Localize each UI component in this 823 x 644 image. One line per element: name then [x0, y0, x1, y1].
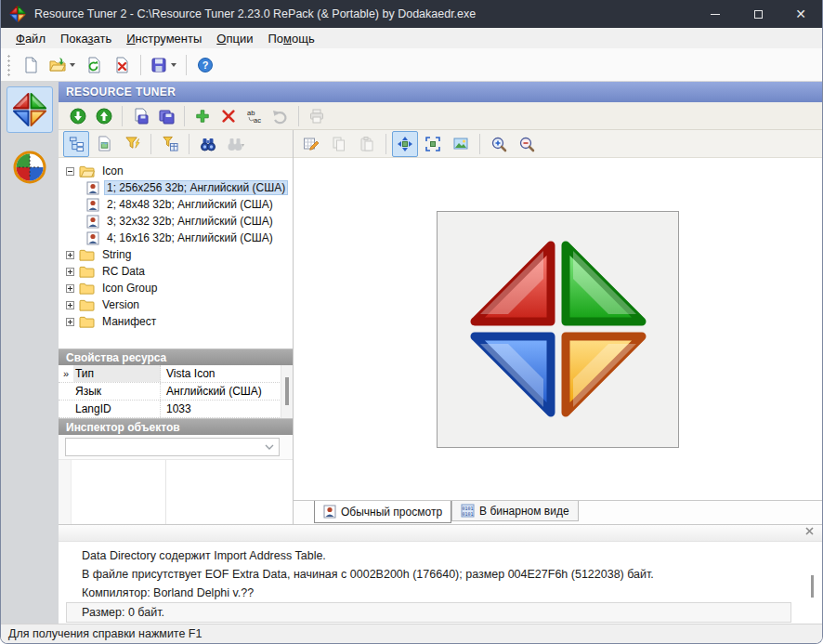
- info-close-button[interactable]: [805, 527, 814, 535]
- info-line-selected[interactable]: Размер: 0 байт.: [66, 602, 791, 623]
- add-icon: [195, 109, 210, 124]
- tree-node-label[interactable]: Version: [99, 297, 142, 312]
- zoom-in-button[interactable]: [486, 131, 512, 157]
- close-file-icon: [113, 57, 130, 73]
- menu-options[interactable]: Опции: [209, 30, 260, 47]
- toolbar-separator: [189, 134, 189, 154]
- picture-icon: [452, 136, 469, 152]
- open-file-button[interactable]: [46, 52, 79, 78]
- menu-help[interactable]: Помощь: [260, 30, 321, 47]
- actual-size-button[interactable]: [420, 131, 446, 157]
- tree-view-button[interactable]: [63, 131, 89, 157]
- rename-resource-button[interactable]: abac: [242, 104, 267, 128]
- save-all-resources-button[interactable]: [154, 104, 178, 128]
- tree-item-icon-3[interactable]: 3; 32x32 32b; Английский (США): [59, 213, 293, 230]
- minimize-button[interactable]: [694, 0, 737, 28]
- image-background-button[interactable]: [448, 131, 474, 157]
- object-selector-combobox[interactable]: [65, 438, 280, 456]
- sidebar-resource-tuner-button[interactable]: [7, 86, 53, 133]
- menu-file[interactable]: Файл: [8, 30, 53, 47]
- expand-expander-icon[interactable]: [66, 268, 74, 276]
- tree-node-icon-folder[interactable]: Icon: [59, 163, 293, 179]
- tree-item-icon-1[interactable]: 1; 256x256 32b; Английский (США): [59, 179, 293, 196]
- main-area: RESOURCE TUNER: [1, 82, 822, 624]
- property-row-language[interactable]: Язык Английский (США): [59, 383, 293, 401]
- resource-tree-panel: Icon 1; 256x256 32b; Английский (США): [59, 130, 294, 524]
- quick-filter-button[interactable]: [119, 131, 145, 157]
- tree-item-icon-4[interactable]: 4; 16x16 32b; Английский (США): [59, 230, 293, 246]
- window-controls: ✕: [694, 0, 822, 28]
- info-scrollbar-thumb[interactable]: [811, 575, 814, 598]
- tree-node-manifest-folder[interactable]: Манифест: [59, 313, 293, 330]
- menu-tools[interactable]: Инструменты: [119, 30, 209, 47]
- status-text: Для получения справки нажмите F1: [8, 627, 202, 640]
- property-row-type[interactable]: » Тип Vista Icon: [59, 365, 293, 383]
- find-next-button[interactable]: [223, 131, 249, 157]
- tree-node-label[interactable]: RC Data: [99, 264, 148, 279]
- reload-file-button[interactable]: [81, 52, 107, 78]
- tree-node-string-folder[interactable]: String: [59, 246, 293, 263]
- main-toolbar: ?: [1, 48, 822, 82]
- menu-view[interactable]: Показать: [53, 30, 119, 47]
- undo-button[interactable]: [268, 104, 293, 128]
- go-up-button[interactable]: [92, 104, 116, 128]
- expand-expander-icon[interactable]: [66, 318, 74, 326]
- resource-tree: Icon 1; 256x256 32b; Английский (США): [59, 158, 293, 348]
- folder-icon: [79, 248, 95, 262]
- maximize-button[interactable]: [737, 0, 779, 28]
- tree-node-icongroup-folder[interactable]: Icon Group: [59, 280, 293, 296]
- tree-item-label[interactable]: 4; 16x16 32b; Английский (США): [104, 230, 276, 245]
- go-down-button[interactable]: [66, 104, 90, 128]
- delete-resource-button[interactable]: [216, 104, 241, 128]
- tab-binary-view[interactable]: 01010101 В бинарном виде: [451, 501, 579, 521]
- tree-node-version-folder[interactable]: Version: [59, 296, 293, 313]
- chevron-down-icon: [265, 444, 274, 450]
- save-all-resources-icon: [158, 108, 175, 125]
- preview-pane-button[interactable]: [91, 131, 117, 157]
- properties-scrollbar[interactable]: [281, 365, 293, 418]
- tree-node-rcdata-folder[interactable]: RC Data: [59, 263, 293, 280]
- tab-normal-view[interactable]: Обычный просмотр: [314, 501, 451, 523]
- tree-node-label[interactable]: Icon Group: [99, 281, 160, 296]
- object-inspector-grid[interactable]: [59, 459, 293, 524]
- go-up-icon: [96, 108, 112, 125]
- scrollbar-thumb[interactable]: [285, 377, 289, 405]
- expand-expander-icon[interactable]: [66, 251, 74, 259]
- new-file-button[interactable]: [18, 52, 44, 78]
- zoom-out-button[interactable]: [514, 131, 540, 157]
- undo-icon: [272, 108, 289, 125]
- property-row-langid[interactable]: LangID 1033: [59, 401, 293, 418]
- find-button[interactable]: [195, 131, 221, 157]
- close-file-button[interactable]: [109, 52, 135, 78]
- tree-item-label[interactable]: 2; 48x48 32b; Английский (США): [104, 197, 276, 212]
- open-folder-icon: [49, 57, 66, 73]
- sidebar-pe-explorer-button[interactable]: [7, 144, 53, 191]
- status-bar: Для получения справки нажмите F1: [1, 624, 822, 643]
- folder-icon: [79, 298, 95, 312]
- copy-button[interactable]: [326, 131, 352, 157]
- banner-text: RESOURCE TUNER: [66, 85, 176, 99]
- help-button[interactable]: ?: [192, 52, 218, 78]
- tree-node-label[interactable]: Icon: [99, 164, 126, 178]
- folder-icon: [79, 282, 95, 296]
- resource-properties-header: Свойства ресурса: [59, 348, 293, 365]
- expand-expander-icon[interactable]: [66, 284, 74, 293]
- fit-to-window-button[interactable]: [392, 131, 418, 157]
- edit-resource-button[interactable]: [298, 131, 324, 157]
- add-resource-button[interactable]: [190, 104, 215, 128]
- tree-node-label[interactable]: Манифест: [99, 314, 159, 329]
- filter-settings-button[interactable]: [157, 131, 183, 157]
- tree-item-icon-2[interactable]: 2; 48x48 32b; Английский (США): [59, 196, 293, 213]
- save-resource-button[interactable]: [128, 104, 152, 128]
- print-icon: [308, 108, 325, 125]
- toolbar-grip[interactable]: [7, 54, 11, 76]
- tree-item-label[interactable]: 3; 32x32 32b; Английский (США): [104, 214, 276, 229]
- expand-expander-icon[interactable]: [66, 301, 74, 309]
- tree-item-label[interactable]: 1; 256x256 32b; Английский (США): [104, 180, 288, 195]
- collapse-expander-icon[interactable]: [66, 167, 74, 176]
- print-button[interactable]: [305, 104, 329, 128]
- paste-button[interactable]: [354, 131, 380, 157]
- close-button[interactable]: ✕: [779, 0, 822, 28]
- tree-node-label[interactable]: String: [99, 247, 134, 262]
- save-file-button[interactable]: [147, 52, 180, 78]
